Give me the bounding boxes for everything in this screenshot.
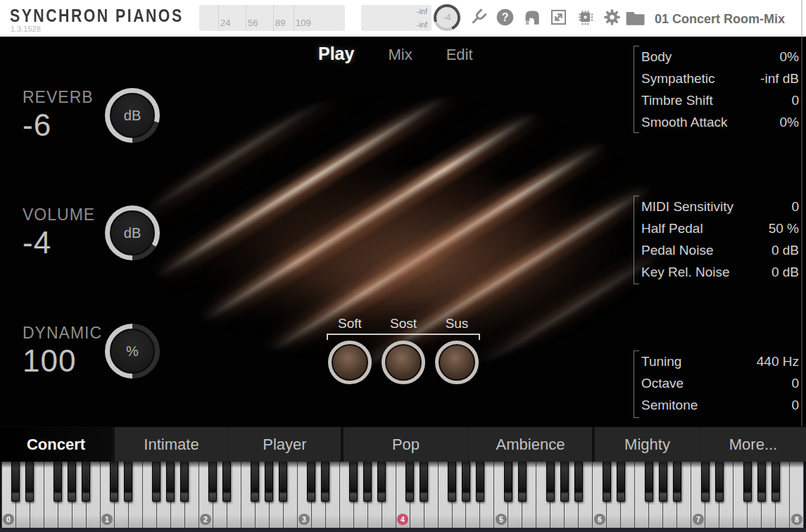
octave-marker-4: 4 (397, 514, 408, 525)
param-value[interactable]: -inf dB (760, 71, 799, 87)
preset-tab-ambience[interactable]: Ambience (469, 427, 595, 462)
tab-mix[interactable]: Mix (382, 44, 417, 65)
black-key[interactable] (110, 462, 118, 502)
preset-tab-concert[interactable]: Concert (0, 427, 115, 462)
window-edge (801, 0, 802, 426)
param-label: MIDI Sensitivity (641, 199, 733, 215)
black-key[interactable] (53, 462, 62, 502)
app-logo: SYNCHRON PIANOS (10, 5, 184, 27)
settings-gear-icon[interactable] (603, 8, 622, 27)
black-key[interactable] (307, 462, 315, 502)
main-panel: Play Mix Edit REVERB -6 dB VOLUME -4 dB … (0, 37, 806, 426)
param-value[interactable]: 50 % (769, 221, 799, 236)
tab-play[interactable]: Play (313, 42, 360, 65)
preset-menu-button[interactable]: 01 Concert Room-Mix (625, 8, 785, 30)
black-key[interactable] (405, 462, 414, 502)
black-key[interactable] (518, 462, 527, 502)
black-key[interactable] (222, 462, 231, 502)
black-key[interactable] (265, 462, 273, 502)
black-key[interactable] (448, 462, 456, 502)
black-key[interactable] (82, 462, 90, 502)
black-key[interactable] (25, 462, 34, 502)
reverb-knob[interactable]: dB (105, 88, 160, 143)
param-value[interactable]: 0 (791, 199, 799, 215)
svg-text:?: ? (502, 11, 509, 23)
black-key[interactable] (574, 462, 583, 502)
black-key[interactable] (180, 462, 189, 502)
black-key[interactable] (546, 462, 555, 502)
voice-count-label: 109 (296, 18, 311, 28)
param-value[interactable]: 0% (780, 49, 799, 65)
piano-icon[interactable] (522, 8, 541, 27)
black-key[interactable] (743, 462, 752, 502)
param-row: Pedal Noise0 dB (641, 239, 799, 261)
pedal-buttons (323, 341, 484, 384)
reverb-unit: dB (124, 108, 141, 124)
pedal-column (377, 341, 430, 384)
param-value[interactable]: 0 dB (772, 243, 799, 258)
black-key[interactable] (659, 462, 667, 502)
black-key[interactable] (11, 462, 20, 502)
param-value[interactable]: 0 (791, 376, 799, 391)
black-key[interactable] (349, 462, 358, 502)
preset-tab-mighty[interactable]: Mighty (595, 427, 700, 462)
preset-tab-intimate[interactable]: Intimate (115, 427, 229, 462)
black-key[interactable] (645, 462, 653, 502)
black-key[interactable] (772, 462, 780, 502)
tab-edit[interactable]: Edit (441, 44, 479, 65)
octave-marker-8: 8 (791, 514, 802, 525)
octave-marker-7: 7 (693, 514, 704, 525)
black-key[interactable] (476, 462, 484, 502)
black-key[interactable] (757, 462, 766, 502)
voice-count-label: 56 (248, 18, 258, 28)
param-value[interactable]: 0% (780, 115, 799, 130)
output-volume-dial[interactable]: -4 (434, 4, 460, 31)
param-value[interactable]: 0 dB (772, 265, 799, 280)
help-icon[interactable]: ? (496, 8, 515, 27)
black-key[interactable] (603, 462, 611, 502)
level-left-label: -inf (417, 7, 427, 15)
param-row: Half Pedal50 % (641, 217, 799, 239)
pedal-label-soft: Soft (323, 316, 377, 331)
param-value[interactable]: 0 (791, 93, 799, 108)
black-key[interactable] (715, 462, 724, 502)
header-toolbar: ? (469, 8, 622, 27)
black-key[interactable] (363, 462, 372, 502)
volume-control: VOLUME -4 dB (23, 205, 213, 269)
black-key[interactable] (420, 462, 428, 502)
black-key[interactable] (701, 462, 710, 502)
black-key[interactable] (377, 462, 386, 502)
preset-tab-player[interactable]: Player (229, 427, 344, 462)
folder-icon (625, 8, 646, 30)
param-value[interactable]: 0 (791, 398, 799, 413)
pedal-button-sost[interactable] (382, 341, 425, 384)
black-key[interactable] (462, 462, 470, 502)
volume-knob[interactable]: dB (105, 205, 160, 260)
param-value[interactable]: 440 Hz (757, 354, 799, 369)
black-key[interactable] (560, 462, 569, 502)
param-label: Body (641, 49, 672, 65)
tuning-fork-icon[interactable] (469, 8, 488, 27)
dynamic-knob[interactable]: % (105, 324, 160, 379)
black-key[interactable] (279, 462, 287, 502)
black-key[interactable] (124, 462, 132, 502)
black-key[interactable] (251, 462, 259, 502)
header-bar: SYNCHRON PIANOS 1.3.1528 245689109 -inf … (0, 0, 806, 37)
black-key[interactable] (208, 462, 217, 502)
pedal-button-soft[interactable] (328, 341, 372, 384)
param-row: Sympathetic-inf dB (641, 68, 799, 89)
black-key[interactable] (152, 462, 160, 502)
preset-tab-pop[interactable]: Pop (344, 427, 469, 462)
black-key[interactable] (68, 462, 76, 502)
black-key[interactable] (673, 462, 681, 502)
resize-icon[interactable] (549, 8, 568, 27)
black-key[interactable] (321, 462, 329, 502)
black-key[interactable] (166, 462, 175, 502)
black-key[interactable] (617, 462, 625, 502)
pedal-button-sus[interactable] (435, 341, 479, 384)
param-group-tone: Body0%Sympathetic-inf dBTimbre Shift0Smo… (634, 46, 799, 133)
black-key[interactable] (504, 462, 512, 502)
cpu-icon[interactable] (576, 8, 595, 27)
preset-tab-more[interactable]: More... (700, 427, 806, 462)
voice-meter: 245689109 (199, 5, 345, 31)
